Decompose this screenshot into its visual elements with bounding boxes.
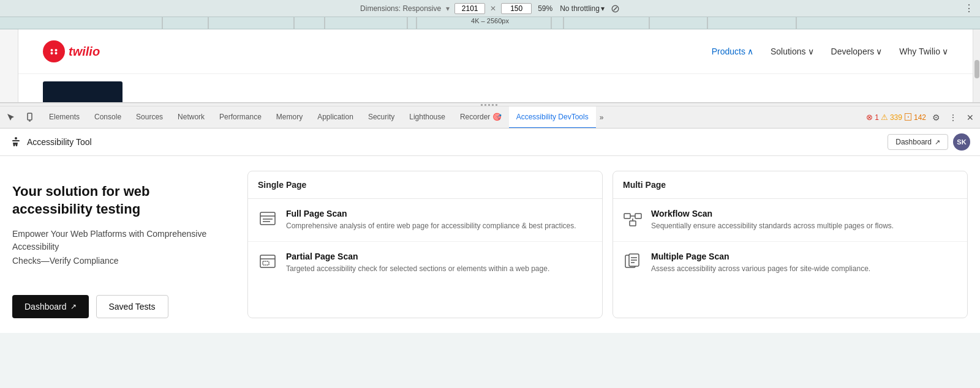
external-link-icon: ↗ (935, 138, 940, 146)
height-input[interactable] (501, 3, 532, 14)
partial-page-scan-icon (258, 252, 277, 271)
tab-memory-label: Memory (276, 113, 303, 121)
partial-page-scan-desc: Targeted accessibility check for selecte… (286, 264, 549, 274)
tab-accessibility-devtools-label: Accessibility DevTools (516, 113, 589, 121)
close-devtools-btn[interactable]: ✕ (963, 110, 978, 125)
info-count: 142 (914, 113, 926, 122)
devtools-tabs-bar: Elements Console Sources Network Perform… (0, 106, 980, 129)
single-page-header: Single Page (248, 171, 602, 199)
partial-page-scan-item[interactable]: Partial Page Scan Targeted accessibility… (248, 242, 602, 284)
nav-link-why-twilio[interactable]: Why Twilio ∨ (899, 47, 948, 56)
twilio-logo-icon (43, 40, 65, 62)
nav-why-twilio-chevron: ∨ (942, 47, 948, 56)
rotate-icon[interactable]: ⊘ (611, 2, 620, 15)
main-subtext-2: Checks—Verify Compliance (12, 256, 233, 266)
workflow-scan-icon (623, 209, 643, 228)
full-page-scan-info: Full Page Scan Comprehensive analysis of… (286, 209, 576, 231)
dimensions-label: Dimensions: Responsive (360, 4, 441, 13)
settings-btn[interactable]: ⚙ (929, 110, 943, 125)
responsive-menu-icon[interactable]: ⋮ (964, 2, 974, 14)
tab-sources-label: Sources (136, 113, 163, 121)
scan-panels: Single Page Full Page Scan Comprehensive… (247, 171, 968, 318)
nav-solutions-chevron: ∨ (808, 47, 814, 56)
tab-recorder[interactable]: Recorder 🎯 (453, 106, 509, 129)
action-buttons: Dashboard ↗ Saved Tests (12, 295, 233, 318)
browser-content: twilio Products ∧ Solutions ∨ Developers… (18, 29, 973, 102)
nav-developers-label: Developers (831, 47, 875, 56)
device-icon-btn[interactable] (22, 109, 39, 126)
svg-rect-27 (630, 221, 636, 226)
svg-point-12 (51, 49, 53, 51)
nav-products-chevron: ∧ (747, 47, 753, 56)
warn-count: 339 (890, 113, 902, 122)
devtools-menu-btn[interactable]: ⋮ (946, 110, 960, 125)
tab-accessibility-devtools[interactable]: Accessibility DevTools (509, 106, 596, 129)
tab-performance[interactable]: Performance (212, 106, 269, 129)
accessibility-tool-header: Accessibility Tool Dashboard ↗ SK (0, 129, 980, 156)
multiple-page-scan-item[interactable]: Multiple Page Scan Assess accessibility … (613, 242, 967, 284)
full-page-scan-item[interactable]: Full Page Scan Comprehensive analysis of… (248, 199, 602, 242)
svg-point-14 (51, 52, 53, 54)
tab-sources[interactable]: Sources (129, 106, 170, 129)
main-subtext-1: Empower Your Web Platforms with Comprehe… (12, 228, 233, 253)
svg-rect-17 (29, 121, 31, 122)
tab-performance-label: Performance (219, 113, 262, 121)
dashboard-button[interactable]: Dashboard ↗ (12, 295, 89, 318)
throttle-button[interactable]: No throttling ▾ (559, 4, 606, 13)
svg-rect-16 (28, 113, 32, 120)
dimensions-separator: ▾ (446, 4, 450, 13)
throttle-label: No throttling (560, 4, 600, 13)
nav-link-developers[interactable]: Developers ∨ (831, 47, 883, 56)
inspect-icon-btn[interactable] (2, 109, 20, 126)
error-count: 1 (875, 113, 879, 122)
tab-memory[interactable]: Memory (269, 106, 310, 129)
tab-security[interactable]: Security (361, 106, 402, 129)
tab-application[interactable]: Application (310, 106, 361, 129)
browser-scrollbar-thumb[interactable] (974, 60, 979, 78)
tab-lighthouse[interactable]: Lighthouse (402, 106, 453, 129)
workflow-scan-item[interactable]: Workflow Scan Sequentially ensure access… (613, 199, 967, 242)
width-input[interactable] (454, 3, 485, 14)
error-badge[interactable]: ⊗ 1 ⚠ 339 🞔 142 (866, 113, 926, 122)
tab-network[interactable]: Network (170, 106, 212, 129)
dashboard-btn-icon: ↗ (70, 302, 77, 311)
dashboard-external-btn[interactable]: Dashboard ↗ (888, 134, 948, 150)
saved-tests-button[interactable]: Saved Tests (96, 295, 168, 318)
multiple-page-scan-title: Multiple Page Scan (651, 252, 870, 261)
svg-point-13 (55, 49, 58, 51)
multi-page-panel: Multi Page Workflow Scan Sequentially en… (612, 171, 968, 318)
dashboard-btn-label: Dashboard (24, 302, 67, 312)
svg-rect-18 (260, 212, 275, 225)
user-avatar: SK (953, 133, 970, 151)
left-panel: Your solution for web accessibility test… (12, 171, 233, 318)
multiple-page-scan-desc: Assess accessibility across various page… (651, 264, 870, 274)
workflow-scan-desc: Sequentially ensure accessibility standa… (651, 221, 894, 231)
tab-elements-label: Elements (49, 113, 80, 121)
drag-handle-lines (481, 104, 499, 106)
tab-elements[interactable]: Elements (42, 106, 87, 129)
tab-network-label: Network (178, 113, 205, 121)
header-actions: Dashboard ↗ SK (888, 133, 970, 151)
dark-block (43, 81, 123, 102)
ruler-strip: 4K – 2560px (0, 17, 980, 29)
tab-security-label: Security (368, 113, 394, 121)
tab-recorder-label: Recorder 🎯 (460, 113, 502, 121)
accessibility-title-area: Accessibility Tool (10, 136, 92, 148)
svg-rect-25 (624, 214, 630, 218)
nav-solutions-label: Solutions (771, 47, 806, 56)
more-tabs-button[interactable]: » (596, 113, 608, 122)
partial-page-scan-title: Partial Page Scan (286, 252, 549, 261)
main-content-area: Your solution for web accessibility test… (0, 156, 980, 333)
tab-console[interactable]: Console (87, 106, 129, 129)
multiple-page-scan-icon (623, 252, 643, 271)
browser-scrollbar[interactable] (973, 29, 980, 102)
devtools-tabs-right: ⊗ 1 ⚠ 339 🞔 142 ⚙ ⋮ ✕ (866, 110, 978, 125)
zoom-button[interactable]: 59% (537, 4, 554, 13)
nav-link-products[interactable]: Products ∧ (712, 47, 753, 56)
browser-preview: twilio Products ∧ Solutions ∨ Developers… (0, 29, 980, 103)
nav-link-solutions[interactable]: Solutions ∨ (771, 47, 814, 56)
main-heading: Your solution for web accessibility test… (12, 183, 233, 218)
single-page-panel: Single Page Full Page Scan Comprehensive… (247, 171, 603, 318)
throttle-chevron: ▾ (601, 4, 605, 13)
twilio-logo-text: twilio (69, 45, 100, 59)
